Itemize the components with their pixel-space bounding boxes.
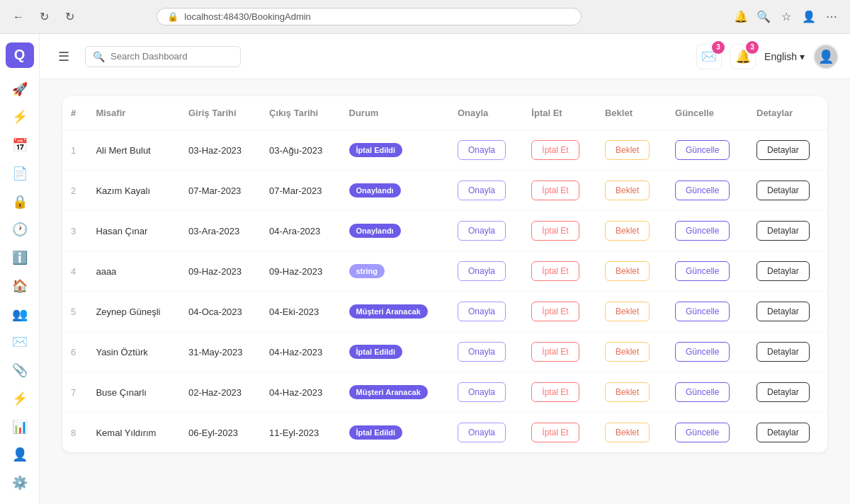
table-row: 8 Kemal Yıldırım 06-Eyl-2023 11-Eyl-2023… bbox=[62, 413, 827, 453]
forward-button[interactable]: ↻ bbox=[34, 7, 54, 27]
sidebar-logo[interactable]: Q bbox=[6, 42, 34, 68]
search-browser-icon[interactable]: 🔍 bbox=[754, 7, 774, 27]
alerts-icon[interactable]: 🔔 bbox=[731, 7, 751, 27]
status-badge: İptal Edildi bbox=[349, 345, 403, 359]
sidebar-item-lightning2[interactable]: ⚡ bbox=[6, 386, 34, 411]
beklet-button[interactable]: Beklet bbox=[605, 140, 650, 160]
sidebar-item-clip[interactable]: 📎 bbox=[6, 357, 34, 383]
detaylar-button[interactable]: Detaylar bbox=[756, 423, 810, 442]
table-row: 2 Kazım Kayalı 07-Mar-2023 07-Mar-2023 O… bbox=[62, 171, 827, 211]
bookmark-icon[interactable]: ☆ bbox=[776, 7, 796, 27]
iptal-button[interactable]: İptal Et bbox=[531, 423, 579, 442]
iptal-button[interactable]: İptal Et bbox=[531, 302, 579, 321]
guncelle-button[interactable]: Güncelle bbox=[675, 342, 730, 362]
back-button[interactable]: ← bbox=[8, 7, 28, 27]
sidebar-item-user[interactable]: 👤 bbox=[6, 442, 34, 468]
more-options-icon[interactable]: ⋯ bbox=[822, 7, 842, 27]
cell-iptal: İptal Et bbox=[523, 292, 596, 332]
guncelle-button[interactable]: Güncelle bbox=[675, 302, 730, 321]
cell-onayla: Onayla bbox=[449, 211, 523, 251]
detaylar-button[interactable]: Detaylar bbox=[756, 302, 810, 321]
onayla-button[interactable]: Onayla bbox=[458, 221, 506, 241]
cell-giris: 07-Mar-2023 bbox=[180, 171, 261, 211]
cell-name: Zeynep Güneşli bbox=[87, 292, 180, 332]
beklet-button[interactable]: Beklet bbox=[605, 221, 650, 241]
onayla-button[interactable]: Onayla bbox=[458, 261, 506, 281]
search-input[interactable] bbox=[110, 51, 233, 62]
cell-num: 8 bbox=[62, 413, 87, 453]
cell-name: Hasan Çınar bbox=[87, 211, 180, 251]
cell-guncelle: Güncelle bbox=[667, 292, 748, 332]
sidebar-item-document[interactable]: 📄 bbox=[6, 161, 34, 186]
iptal-button[interactable]: İptal Et bbox=[531, 181, 579, 200]
col-detaylar: Detaylar bbox=[748, 96, 827, 130]
cell-onayla: Onayla bbox=[449, 372, 523, 413]
cell-onayla: Onayla bbox=[449, 332, 523, 372]
iptal-button[interactable]: İptal Et bbox=[531, 342, 579, 362]
guncelle-button[interactable]: Güncelle bbox=[675, 382, 730, 402]
col-onayla: Onayla bbox=[449, 96, 523, 130]
onayla-button[interactable]: Onayla bbox=[458, 382, 506, 402]
user-profile-icon[interactable]: 👤 bbox=[799, 7, 819, 27]
refresh-button[interactable]: ↻ bbox=[60, 7, 79, 27]
guncelle-button[interactable]: Güncelle bbox=[675, 423, 730, 442]
cell-onayla: Onayla bbox=[449, 251, 523, 292]
guncelle-button[interactable]: Güncelle bbox=[675, 181, 730, 200]
onayla-button[interactable]: Onayla bbox=[458, 302, 506, 321]
iptal-button[interactable]: İptal Et bbox=[531, 140, 579, 160]
onayla-button[interactable]: Onayla bbox=[458, 342, 506, 362]
header-actions: ✉️ 3 🔔 3 English ▾ 👤 bbox=[696, 44, 839, 69]
sidebar-item-calendar[interactable]: 📅 bbox=[6, 132, 34, 158]
sidebar-item-lightning[interactable]: ⚡ bbox=[6, 105, 34, 130]
sidebar-item-lock[interactable]: 🔒 bbox=[6, 189, 34, 214]
status-badge: Müşteri Aranacak bbox=[349, 385, 428, 399]
table-header: # Misafir Giriş Tarihi Çıkış Tarihi Duru… bbox=[62, 96, 827, 130]
onayla-button[interactable]: Onayla bbox=[458, 181, 506, 200]
beklet-button[interactable]: Beklet bbox=[605, 261, 650, 281]
sidebar-item-settings[interactable]: ⚙️ bbox=[6, 470, 34, 496]
detaylar-button[interactable]: Detaylar bbox=[756, 382, 810, 402]
iptal-button[interactable]: İptal Et bbox=[531, 382, 579, 402]
cell-durum: Onaylandı bbox=[341, 211, 449, 251]
cell-beklet: Beklet bbox=[596, 171, 667, 211]
onayla-button[interactable]: Onayla bbox=[458, 140, 506, 160]
cell-cikis: 07-Mar-2023 bbox=[261, 171, 340, 211]
col-cikis: Çıkış Tarihi bbox=[261, 96, 340, 130]
chevron-down-icon: ▾ bbox=[800, 51, 805, 62]
onayla-button[interactable]: Onayla bbox=[458, 423, 506, 442]
bell-badge: 3 bbox=[746, 41, 759, 54]
detaylar-button[interactable]: Detaylar bbox=[756, 181, 810, 200]
detaylar-button[interactable]: Detaylar bbox=[756, 221, 810, 241]
beklet-button[interactable]: Beklet bbox=[605, 382, 650, 402]
iptal-button[interactable]: İptal Et bbox=[531, 221, 579, 241]
sidebar-item-rocket[interactable]: 🚀 bbox=[6, 76, 34, 102]
beklet-button[interactable]: Beklet bbox=[605, 181, 650, 200]
table-row: 1 Ali Mert Bulut 03-Haz-2023 03-Ağu-2023… bbox=[62, 130, 827, 171]
sidebar-item-users[interactable]: 👥 bbox=[6, 302, 34, 327]
detaylar-button[interactable]: Detaylar bbox=[756, 261, 810, 281]
cell-beklet: Beklet bbox=[596, 413, 667, 453]
status-badge: İptal Edildi bbox=[349, 425, 403, 440]
cell-iptal: İptal Et bbox=[523, 413, 596, 453]
language-selector[interactable]: English ▾ bbox=[764, 51, 805, 62]
sidebar-item-info[interactable]: ℹ️ bbox=[6, 245, 34, 270]
sidebar-item-table[interactable]: 📊 bbox=[6, 414, 34, 440]
sidebar-item-mail[interactable]: ✉️ bbox=[6, 330, 34, 355]
guncelle-button[interactable]: Güncelle bbox=[675, 221, 730, 241]
sidebar-item-clock[interactable]: 🕐 bbox=[6, 217, 34, 243]
detaylar-button[interactable]: Detaylar bbox=[756, 342, 810, 362]
beklet-button[interactable]: Beklet bbox=[605, 302, 650, 321]
guncelle-button[interactable]: Güncelle bbox=[675, 261, 730, 281]
sidebar-item-home[interactable]: 🏠 bbox=[6, 273, 34, 299]
cell-beklet: Beklet bbox=[596, 372, 667, 413]
detaylar-button[interactable]: Detaylar bbox=[756, 140, 810, 160]
search-box: 🔍 bbox=[85, 46, 241, 67]
beklet-button[interactable]: Beklet bbox=[605, 423, 650, 442]
beklet-button[interactable]: Beklet bbox=[605, 342, 650, 362]
iptal-button[interactable]: İptal Et bbox=[531, 261, 579, 281]
cell-iptal: İptal Et bbox=[523, 171, 596, 211]
guncelle-button[interactable]: Güncelle bbox=[675, 140, 730, 160]
hamburger-button[interactable]: ☰ bbox=[51, 44, 76, 69]
cell-cikis: 03-Ağu-2023 bbox=[261, 130, 340, 171]
avatar[interactable]: 👤 bbox=[813, 44, 839, 69]
